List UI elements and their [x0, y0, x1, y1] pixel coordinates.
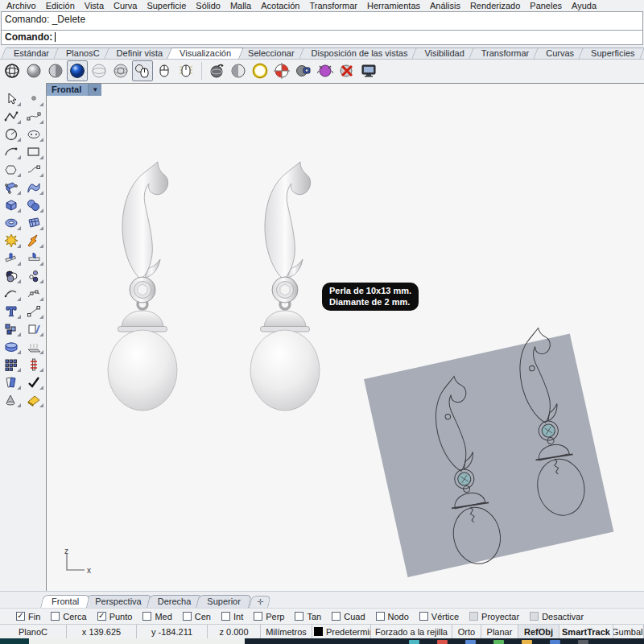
- status-cplane[interactable]: PlanoC: [0, 625, 67, 638]
- menu-vista[interactable]: Vista: [80, 1, 109, 10]
- explode-tool[interactable]: [2, 232, 22, 249]
- tab-definir-vista[interactable]: Definir vista: [106, 47, 173, 59]
- osnap-cen[interactable]: Cen: [183, 612, 211, 621]
- check-tool[interactable]: [24, 374, 44, 390]
- point-tool[interactable]: [24, 90, 44, 107]
- taskbar-icon-green[interactable]: [493, 640, 504, 644]
- hatch-tool[interactable]: [24, 320, 44, 337]
- group-squares-tool[interactable]: [2, 320, 22, 337]
- tab-superficies[interactable]: Superficies: [580, 47, 644, 59]
- checkbox-icon[interactable]: [419, 612, 428, 621]
- pen-display-icon[interactable]: [175, 60, 196, 81]
- technical-display-icon[interactable]: [132, 60, 153, 81]
- tab-estandar[interactable]: Estándar: [3, 47, 60, 59]
- osnap-med[interactable]: Med: [142, 612, 171, 621]
- status-planar[interactable]: Planar: [481, 625, 518, 638]
- checkbox-icon[interactable]: [254, 612, 262, 621]
- four-point-display-icon[interactable]: [271, 60, 292, 81]
- rendered-display-icon[interactable]: [67, 60, 88, 81]
- reference-image[interactable]: [361, 322, 614, 580]
- taskbar-icon-teal[interactable]: [409, 640, 419, 644]
- taskbar-icon-gray[interactable]: [578, 640, 588, 644]
- join-surfaces-tool[interactable]: [2, 374, 22, 390]
- polygon-tool[interactable]: [2, 161, 22, 178]
- arc-tool[interactable]: [2, 143, 22, 160]
- status-ortho[interactable]: Orto: [452, 625, 481, 638]
- osnap-nodo[interactable]: Nodo: [376, 612, 409, 621]
- checkbox-icon[interactable]: [183, 612, 192, 621]
- checkbox-icon[interactable]: [51, 612, 60, 621]
- command-input[interactable]: Comando:: [1, 31, 643, 45]
- viewport-title-dropdown[interactable]: ▼: [88, 84, 101, 96]
- show-render-mesh-icon[interactable]: [315, 60, 336, 81]
- venn-circles-tool[interactable]: [2, 267, 22, 284]
- rebuild-curve-tool[interactable]: [24, 285, 44, 302]
- xray-display-icon[interactable]: [110, 60, 131, 81]
- menu-solido[interactable]: Sólido: [191, 1, 225, 10]
- checkbox-icon[interactable]: [142, 612, 151, 621]
- cut-plane-right-tool[interactable]: [24, 250, 44, 266]
- extrude-solid-tool[interactable]: [2, 338, 22, 355]
- surface-patch-tool[interactable]: [24, 214, 44, 231]
- status-layer[interactable]: Predeterminada: [312, 625, 371, 638]
- control-point-curve-tool[interactable]: [24, 108, 44, 125]
- viewport-title[interactable]: Frontal ▼: [47, 84, 101, 96]
- curve-handle-tool[interactable]: [24, 161, 44, 178]
- array-grid-tool[interactable]: [2, 356, 22, 373]
- text-tool[interactable]: [2, 303, 22, 320]
- viewport-frontal[interactable]: Frontal ▼: [46, 83, 644, 591]
- tab-visibilidad[interactable]: Visibilidad: [414, 47, 474, 59]
- rectangle-tool[interactable]: [24, 143, 44, 160]
- os-taskbar[interactable]: [0, 638, 644, 644]
- torus-tool[interactable]: [2, 214, 22, 231]
- menu-edicion[interactable]: Edición: [41, 1, 80, 10]
- status-refobj[interactable]: RefObj: [518, 625, 559, 638]
- vtab-superior[interactable]: Superior: [197, 595, 250, 608]
- status-grid-snap[interactable]: Forzado a la rejilla: [371, 625, 452, 638]
- curved-surface-tool[interactable]: [24, 179, 44, 196]
- shaded-display-icon[interactable]: [23, 60, 44, 81]
- tab-solidos[interactable]: Sólidos: [642, 47, 644, 59]
- render-icon[interactable]: [206, 60, 227, 81]
- menu-acotacion[interactable]: Acotación: [256, 1, 304, 10]
- tab-seleccionar[interactable]: Seleccionar: [237, 47, 304, 59]
- vtab-frontal[interactable]: Frontal: [42, 595, 89, 608]
- vtab-derecha[interactable]: Derecha: [148, 595, 201, 608]
- tab-planosc[interactable]: PlanosC: [56, 47, 110, 59]
- solid-box-tool[interactable]: [2, 196, 22, 213]
- ellipse-tool[interactable]: [24, 126, 44, 142]
- pointer-tool[interactable]: [2, 90, 22, 107]
- menu-renderizado[interactable]: Renderizado: [465, 1, 525, 10]
- checkbox-checked-icon[interactable]: [16, 612, 25, 621]
- checkbox-checked-icon[interactable]: [97, 612, 106, 621]
- checkbox-icon[interactable]: [221, 612, 230, 621]
- hide-render-mesh-icon[interactable]: [336, 60, 357, 81]
- taskbar-app-icon[interactable]: [0, 638, 29, 644]
- menu-malla[interactable]: Malla: [225, 1, 256, 10]
- cone-tool[interactable]: [2, 391, 22, 408]
- menu-archivo[interactable]: Archivo: [2, 1, 41, 10]
- circle-tool[interactable]: [2, 126, 22, 142]
- environment-map-tool[interactable]: [24, 338, 44, 355]
- ramp-tool[interactable]: [24, 391, 44, 408]
- vtab-perspectiva[interactable]: Perspectiva: [85, 595, 151, 608]
- taskbar-icon-red[interactable]: [437, 640, 448, 644]
- osnap-vertice[interactable]: Vértice: [419, 612, 459, 621]
- menu-analisis[interactable]: Análisis: [425, 1, 465, 10]
- artistic-display-icon[interactable]: [154, 60, 175, 81]
- dimension-points-tool[interactable]: [24, 303, 44, 320]
- taskbar-icon-yellow[interactable]: [522, 640, 532, 644]
- taskbar-icon-blue[interactable]: [465, 640, 476, 644]
- deform-box-tool[interactable]: [2, 179, 22, 196]
- cut-plane-left-tool[interactable]: [2, 250, 22, 266]
- osnap-punto[interactable]: Punto: [97, 612, 133, 621]
- shaded-semitransparent-display-icon[interactable]: [45, 60, 66, 81]
- checkbox-icon[interactable]: [295, 612, 303, 621]
- render-window-icon[interactable]: [228, 60, 249, 81]
- block-red-tool[interactable]: [24, 356, 44, 373]
- add-viewport-tab-button[interactable]: ✛: [250, 596, 270, 608]
- status-smarttrack[interactable]: SmartTrack: [559, 625, 613, 638]
- osnap-fin[interactable]: Fin: [16, 612, 40, 621]
- checkbox-icon[interactable]: [332, 612, 341, 621]
- menu-transformar[interactable]: Transformar: [304, 1, 362, 10]
